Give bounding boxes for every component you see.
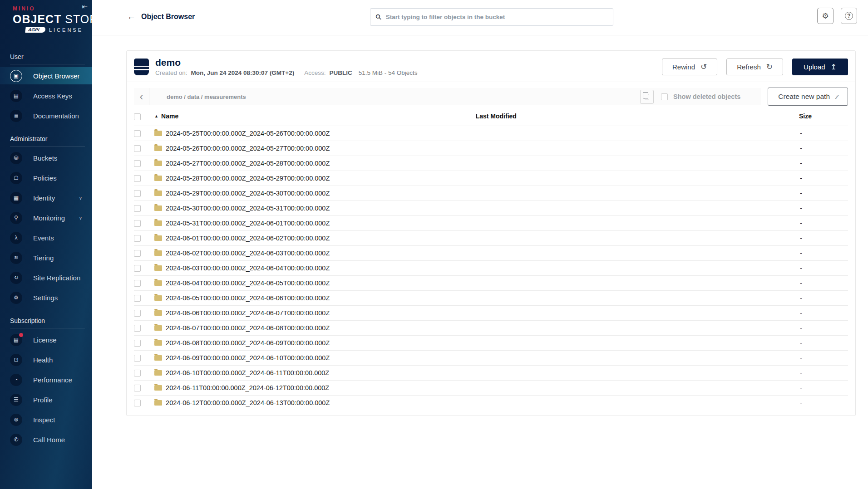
refresh-button[interactable]: Refresh ↻ (726, 59, 783, 75)
row-checkbox[interactable] (134, 175, 141, 182)
row-checkbox[interactable] (134, 400, 141, 406)
table-row[interactable]: 2024-06-07T00:00:00.000Z_2024-06-08T00:0… (134, 320, 848, 335)
size-cell: - (792, 171, 848, 186)
table-row[interactable]: 2024-05-26T00:00:00.000Z_2024-05-27T00:0… (134, 141, 848, 156)
sidebar-item-identity[interactable]: ▦Identity∨ (0, 189, 92, 206)
object-name-cell[interactable]: 2024-06-06T00:00:00.000Z_2024-06-07T00:0… (154, 305, 476, 320)
create-new-path-button[interactable]: Create new path :∕∕ (768, 88, 848, 106)
app-root: ⇤ MINIO OBJECT STORE AGPL LICENSE User▣O… (0, 0, 868, 489)
breadcrumb[interactable]: demo / data / measurements (149, 93, 640, 100)
sidebar-item-documentation[interactable]: ≣Documentation (0, 107, 92, 124)
object-name-cell[interactable]: 2024-05-28T00:00:00.000Z_2024-05-29T00:0… (154, 171, 476, 186)
sidebar-item-health[interactable]: ⊡Health (0, 351, 92, 368)
sidebar-item-monitoring[interactable]: ⚲Monitoring∨ (0, 209, 92, 226)
object-name-cell[interactable]: 2024-06-07T00:00:00.000Z_2024-06-08T00:0… (154, 320, 476, 335)
table-row[interactable]: 2024-05-28T00:00:00.000Z_2024-05-29T00:0… (134, 171, 848, 186)
column-header-last-modified[interactable]: Last Modified (476, 108, 792, 126)
row-checkbox[interactable] (134, 325, 141, 332)
minio-logo: MINIO OBJECT STORE AGPL LICENSE (0, 0, 92, 37)
object-name-cell[interactable]: 2024-06-03T00:00:00.000Z_2024-06-04T00:0… (154, 260, 476, 275)
row-checkbox[interactable] (134, 370, 141, 377)
sidebar-item-access-keys[interactable]: ▤Access Keys (0, 87, 92, 104)
copy-path-button[interactable] (640, 90, 654, 104)
object-name-cell[interactable]: 2024-06-11T00:00:00.000Z_2024-06-12T00:0… (154, 380, 476, 395)
sidebar-item-license[interactable]: ▤License (0, 331, 92, 348)
sidebar-item-call-home[interactable]: ✆Call Home (0, 431, 92, 448)
access-value[interactable]: PUBLIC (330, 69, 352, 76)
row-checkbox[interactable] (134, 220, 141, 227)
table-row[interactable]: 2024-05-31T00:00:00.000Z_2024-06-01T00:0… (134, 215, 848, 230)
sidebar-item-site-replication[interactable]: ↻Site Replication (0, 269, 92, 286)
table-row[interactable]: 2024-05-25T00:00:00.000Z_2024-05-26T00:0… (134, 126, 848, 141)
table-row[interactable]: 2024-06-09T00:00:00.000Z_2024-06-10T00:0… (134, 350, 848, 365)
sidebar-item-performance[interactable]: ◔Performance (0, 371, 92, 388)
object-name-cell[interactable]: 2024-05-29T00:00:00.000Z_2024-05-30T00:0… (154, 186, 476, 200)
row-checkbox[interactable] (134, 385, 141, 391)
sidebar-item-buckets[interactable]: ⛁Buckets (0, 149, 92, 166)
object-name-cell[interactable]: 2024-06-02T00:00:00.000Z_2024-06-03T00:0… (154, 245, 476, 260)
upload-button[interactable]: Upload ↥ (792, 59, 848, 75)
table-row[interactable]: 2024-06-03T00:00:00.000Z_2024-06-04T00:0… (134, 260, 848, 275)
help-icon: ? (845, 12, 853, 20)
object-name-cell[interactable]: 2024-06-09T00:00:00.000Z_2024-06-10T00:0… (154, 350, 476, 365)
back-arrow-icon[interactable]: ← (127, 12, 136, 22)
column-header-size[interactable]: Size (792, 108, 848, 126)
breadcrumb-back-button[interactable]: ‹ (134, 88, 149, 105)
sidebar-item-inspect[interactable]: ⊜Inspect (0, 411, 92, 428)
chevron-down-icon[interactable]: ∨ (79, 196, 82, 200)
row-checkbox[interactable] (134, 205, 141, 212)
object-name-cell[interactable]: 2024-06-08T00:00:00.000Z_2024-06-09T00:0… (154, 335, 476, 350)
row-checkbox[interactable] (134, 310, 141, 317)
sidebar-item-object-browser[interactable]: ▣Object Browser (0, 67, 92, 84)
table-row[interactable]: 2024-05-29T00:00:00.000Z_2024-05-30T00:0… (134, 186, 848, 200)
collapse-sidebar-icon[interactable]: ⇤ (82, 3, 88, 11)
search-input[interactable] (386, 14, 607, 20)
object-name-cell[interactable]: 2024-06-01T00:00:00.000Z_2024-06-02T00:0… (154, 230, 476, 245)
row-checkbox[interactable] (134, 190, 141, 197)
sidebar-item-profile[interactable]: ☰Profile (0, 391, 92, 408)
object-name-cell[interactable]: 2024-05-26T00:00:00.000Z_2024-05-27T00:0… (154, 141, 476, 156)
table-row[interactable]: 2024-06-10T00:00:00.000Z_2024-06-11T00:0… (134, 365, 848, 380)
table-row[interactable]: 2024-06-11T00:00:00.000Z_2024-06-12T00:0… (134, 380, 848, 395)
show-deleted-checkbox[interactable] (661, 93, 668, 100)
row-checkbox[interactable] (134, 145, 141, 152)
row-checkbox[interactable] (134, 265, 141, 272)
sidebar-item-tiering[interactable]: ≋Tiering (0, 249, 92, 266)
object-name-cell[interactable]: 2024-05-25T00:00:00.000Z_2024-05-26T00:0… (154, 126, 476, 141)
table-row[interactable]: 2024-05-30T00:00:00.000Z_2024-05-31T00:0… (134, 200, 848, 215)
folder-icon (154, 340, 162, 346)
object-name-cell[interactable]: 2024-06-12T00:00:00.000Z_2024-06-13T00:0… (154, 395, 476, 410)
row-checkbox[interactable] (134, 280, 141, 287)
row-checkbox[interactable] (134, 235, 141, 242)
table-row[interactable]: 2024-06-08T00:00:00.000Z_2024-06-09T00:0… (134, 335, 848, 350)
table-row[interactable]: 2024-06-04T00:00:00.000Z_2024-06-05T00:0… (134, 275, 848, 290)
settings-button[interactable]: ⚙ (817, 8, 833, 24)
rewind-button[interactable]: Rewind ↺ (662, 59, 717, 75)
table-row[interactable]: 2024-06-06T00:00:00.000Z_2024-06-07T00:0… (134, 305, 848, 320)
table-row[interactable]: 2024-06-12T00:00:00.000Z_2024-06-13T00:0… (134, 395, 848, 410)
help-button[interactable]: ? (841, 8, 857, 24)
logo-license-row: AGPL LICENSE (13, 27, 85, 33)
select-all-checkbox[interactable] (134, 113, 141, 120)
row-checkbox[interactable] (134, 250, 141, 257)
sidebar-item-policies[interactable]: ☖Policies (0, 169, 92, 186)
sidebar-item-events[interactable]: λEvents (0, 229, 92, 246)
object-name-cell[interactable]: 2024-05-27T00:00:00.000Z_2024-05-28T00:0… (154, 156, 476, 171)
row-checkbox[interactable] (134, 160, 141, 167)
sidebar-item-settings[interactable]: ⚙Settings (0, 289, 92, 306)
row-checkbox[interactable] (134, 355, 141, 362)
row-checkbox[interactable] (134, 340, 141, 347)
object-name-cell[interactable]: 2024-05-30T00:00:00.000Z_2024-05-31T00:0… (154, 200, 476, 215)
row-checkbox[interactable] (134, 295, 141, 302)
table-row[interactable]: 2024-06-02T00:00:00.000Z_2024-06-03T00:0… (134, 245, 848, 260)
object-name-cell[interactable]: 2024-05-31T00:00:00.000Z_2024-06-01T00:0… (154, 215, 476, 230)
object-name-cell[interactable]: 2024-06-05T00:00:00.000Z_2024-06-06T00:0… (154, 290, 476, 305)
table-row[interactable]: 2024-06-01T00:00:00.000Z_2024-06-02T00:0… (134, 230, 848, 245)
object-name-cell[interactable]: 2024-06-10T00:00:00.000Z_2024-06-11T00:0… (154, 365, 476, 380)
object-name-cell[interactable]: 2024-06-04T00:00:00.000Z_2024-06-05T00:0… (154, 275, 476, 290)
column-header-name[interactable]: ▲Name (154, 108, 476, 126)
table-row[interactable]: 2024-06-05T00:00:00.000Z_2024-06-06T00:0… (134, 290, 848, 305)
table-row[interactable]: 2024-05-27T00:00:00.000Z_2024-05-28T00:0… (134, 156, 848, 171)
row-checkbox[interactable] (134, 130, 141, 137)
chevron-down-icon[interactable]: ∨ (79, 215, 82, 220)
